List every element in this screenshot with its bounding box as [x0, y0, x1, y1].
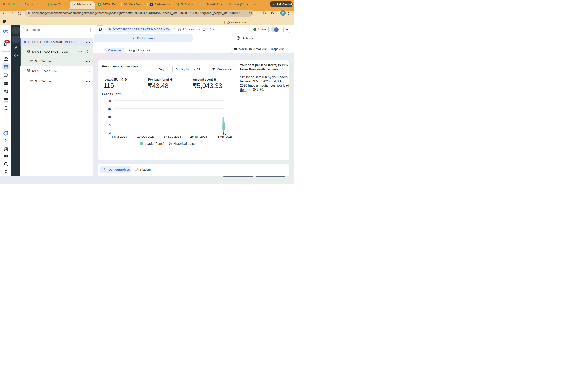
svg-text:17 Sep 2024: 17 Sep 2024 — [164, 135, 181, 138]
svg-text:3 Mar 2023: 3 Mar 2023 — [111, 135, 127, 138]
svg-text:15: 15 — [107, 107, 111, 110]
svg-text:26 Jun 2025: 26 Jun 2025 — [190, 135, 207, 138]
svg-text:0: 0 — [109, 131, 111, 135]
svg-text:3 Apr 2026: 3 Apr 2026 — [218, 135, 233, 138]
svg-text:10 Dec 2023: 10 Dec 2023 — [137, 135, 154, 138]
svg-text:Jio: Jio — [150, 4, 152, 5]
svg-text:10: 10 — [107, 115, 111, 118]
svg-text:5: 5 — [109, 123, 111, 127]
svg-text:20: 20 — [107, 99, 111, 102]
